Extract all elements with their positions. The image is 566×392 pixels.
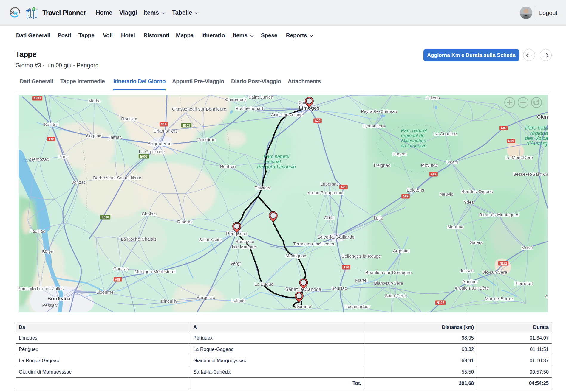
svg-text:Murat: Murat [522, 245, 533, 250]
svg-text:Clern: Clern [537, 114, 548, 120]
svg-text:Bordeaux: Bordeaux [47, 296, 71, 301]
svg-text:Périgord-Limousin: Périgord-Limousin [257, 164, 296, 169]
svg-text:Parc naturel: Parc naturel [401, 128, 427, 133]
svg-text:Treignac: Treignac [373, 163, 390, 168]
svg-text:Champniers: Champniers [154, 128, 178, 133]
svg-text:Millevaches: Millevaches [401, 138, 426, 143]
svg-text:Pauillac: Pauillac [30, 228, 45, 234]
svg-text:Riom-ès-Montagnes: Riom-ès-Montagnes [479, 212, 519, 217]
svg-text:Nontron: Nontron [220, 164, 236, 169]
svg-text:Beaulieu-sur-Dordogne: Beaulieu-sur-Dordogne [365, 270, 412, 275]
svg-text:Saint-Junien: Saint-Junien [248, 95, 273, 99]
svg-text:Barbezieux-Saint-Hilaire: Barbezieux-Saint-Hilaire [93, 175, 141, 180]
svg-text:Montpon-Ménestérol: Montpon-Ménestérol [134, 269, 176, 274]
svg-text:Terrasson-Lavilledieu: Terrasson-Lavilledieu [293, 241, 335, 246]
svg-text:E606: E606 [102, 215, 109, 219]
svg-text:Vergt: Vergt [230, 261, 241, 266]
svg-text:Salers: Salers [470, 240, 483, 245]
svg-text:A89: A89 [403, 195, 408, 198]
svg-text:Blaye: Blaye [42, 249, 53, 254]
svg-text:Argentat: Argentat [393, 248, 410, 253]
svg-text:Lubersac: Lubersac [320, 181, 339, 186]
svg-text:Meymac: Meymac [421, 162, 438, 167]
svg-text:Brive-la-Gaillarde: Brive-la-Gaillarde [318, 234, 355, 239]
svg-text:A89: A89 [501, 126, 506, 130]
svg-text:Coutras: Coutras [113, 266, 129, 271]
svg-text:A20: A20 [341, 185, 346, 189]
svg-text:E606: E606 [140, 155, 148, 158]
svg-text:Ribérac: Ribérac [177, 219, 193, 224]
svg-text:Égletons: Égletons [407, 187, 424, 192]
svg-text:Arnac-Pompadour: Arnac-Pompadour [307, 190, 344, 195]
svg-text:N122: N122 [437, 301, 444, 304]
svg-text:A10: A10 [48, 137, 54, 141]
svg-text:A20: A20 [343, 265, 349, 269]
svg-text:A837: A837 [33, 97, 41, 100]
svg-text:Le Mont-Dore: Le Mont-Dore [505, 155, 533, 160]
svg-text:Chalais: Chalais [142, 211, 157, 216]
svg-text:des Volcan: des Volcan [525, 135, 548, 141]
svg-text:Matha: Matha [88, 98, 101, 103]
svg-text:Besse-et-Saint-Ana: Besse-et-Saint-Ana [513, 172, 548, 177]
svg-text:Rocamadour: Rocamadour [344, 304, 370, 309]
svg-text:A89: A89 [431, 172, 436, 176]
svg-text:Rouillac: Rouillac [121, 116, 137, 121]
svg-text:Pierrefort: Pierrefort [514, 281, 533, 286]
svg-text:Bergerac: Bergerac [197, 295, 215, 300]
svg-text:Le Bugue: Le Bugue [254, 281, 273, 287]
svg-text:en Limousin: en Limousin [401, 143, 426, 148]
svg-text:Collonges-la-Rouge: Collonges-la-Rouge [341, 253, 381, 259]
svg-text:A89: A89 [115, 278, 120, 281]
svg-text:Objat: Objat [324, 215, 335, 220]
svg-text:Angoulême: Angoulême [148, 141, 172, 146]
svg-text:Lalinde: Lalinde [231, 298, 246, 303]
svg-text:Cognac: Cognac [86, 133, 101, 138]
svg-text:Peyrat-le-Château: Peyrat-le-Château [361, 109, 397, 114]
svg-text:d'Auvergn: d'Auvergn [526, 141, 548, 147]
svg-text:Souillac: Souillac [331, 286, 347, 291]
svg-text:Libourne: Libourne [96, 290, 114, 295]
svg-text:Pons: Pons [58, 154, 69, 159]
svg-text:Montignac: Montignac [285, 253, 306, 258]
svg-text:Jussac: Jussac [460, 268, 474, 273]
svg-text:N10: N10 [161, 122, 166, 126]
svg-text:Arpajon-sur-Cère: Arpajon-sur-Cère [454, 285, 489, 290]
svg-text:Chabanais: Chabanais [225, 97, 247, 102]
svg-text:Tulle: Tulle [373, 215, 383, 220]
svg-text:Rochechouart: Rochechouart [235, 106, 263, 111]
svg-text:Saint-Céré: Saint-Céré [385, 293, 406, 298]
svg-text:régional: régional [264, 159, 281, 164]
svg-text:N89: N89 [508, 139, 514, 143]
svg-text:Saintes: Saintes [44, 122, 59, 127]
svg-text:Saint-Médard-en-Jalles: Saint-Médard-en-Jalles [19, 286, 64, 291]
svg-text:régional de: régional de [401, 133, 424, 138]
svg-text:Chaudes-: Chaudes- [545, 294, 548, 299]
svg-text:Biars-sur-Cère: Biars-sur-Cère [374, 281, 403, 286]
svg-text:A20: A20 [315, 119, 320, 122]
svg-text:Montbron: Montbron [197, 137, 215, 142]
svg-text:La Courtine: La Courtine [434, 131, 457, 136]
svg-text:Parc natur: Parc natur [525, 125, 548, 131]
svg-text:N122: N122 [499, 262, 507, 265]
svg-text:Saint-Astier: Saint-Astier [199, 237, 222, 242]
svg-text:Chasseneuil-sur-Bonnieure: Chasseneuil-sur-Bonnieure [172, 106, 226, 111]
svg-text:Domme: Domme [296, 304, 311, 309]
svg-text:Aixe-sur-Vienne: Aixe-sur-Vienne [271, 112, 303, 117]
svg-text:Ussel: Ussel [446, 160, 458, 165]
svg-text:Vic-sur-Cère: Vic-sur-Cère [482, 270, 507, 275]
svg-text:Gémozac: Gémozac [30, 157, 49, 162]
svg-text:Eymoutiers: Eymoutiers [362, 123, 385, 128]
svg-text:Isle Manoire: Isle Manoire [232, 244, 256, 249]
svg-text:Jonzac: Jonzac [72, 180, 86, 185]
svg-text:Pessac: Pessac [42, 303, 57, 308]
svg-text:Jarnac: Jarnac [108, 135, 122, 140]
svg-text:Pineuilh: Pineuilh [161, 298, 177, 304]
svg-text:Mauriac: Mauriac [447, 224, 463, 229]
svg-text:La Roche-Chalais: La Roche-Chalais [121, 237, 156, 242]
svg-text:Mur-de-Barrez: Mur-de-Barrez [485, 296, 514, 301]
svg-text:Bugeat: Bugeat [392, 151, 407, 156]
svg-text:E603: E603 [183, 124, 190, 127]
svg-text:Ydes: Ydes [464, 200, 474, 205]
svg-text:R: R [14, 11, 18, 16]
svg-text:Felletin: Felletin [426, 95, 440, 100]
